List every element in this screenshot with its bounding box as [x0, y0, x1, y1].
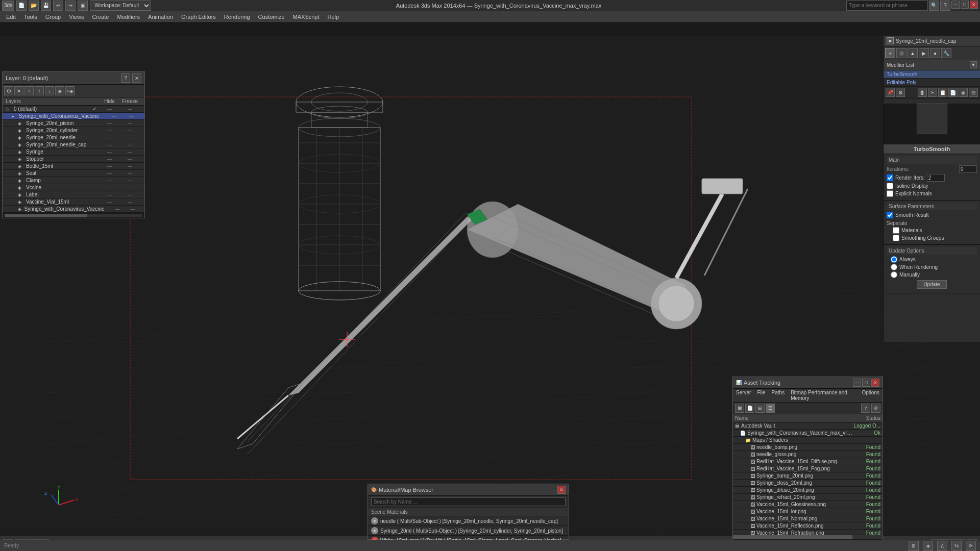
layer-hide-toggle[interactable]: —: [101, 107, 118, 112]
menu-item-customize[interactable]: Customize: [254, 11, 289, 22]
panel-tab-create[interactable]: +: [885, 48, 895, 58]
layer-add-btn[interactable]: +: [24, 86, 34, 95]
asset-list-btn[interactable]: ☰: [766, 404, 775, 413]
layer-freeze-toggle[interactable]: —: [118, 121, 141, 126]
maximize-btn[interactable]: □: [961, 1, 969, 9]
layer-freeze-toggle[interactable]: —: [118, 164, 141, 169]
delete-modifier-btn[interactable]: 🗑: [918, 88, 927, 97]
asset-item[interactable]: 🖼 Syringe_refract_20ml.png Found: [733, 494, 883, 501]
undo-btn[interactable]: ↩: [53, 1, 63, 11]
layer-item[interactable]: ◈ Label — —: [3, 191, 144, 198]
render-iters-input[interactable]: [927, 174, 945, 182]
material-search-input[interactable]: [371, 497, 566, 506]
layer-select-obj-btn[interactable]: ◈: [55, 86, 64, 95]
material-item[interactable]: ● needle ( Multi/Sub-Object ) [Syringe_2…: [368, 516, 569, 526]
status-percent-btn[interactable]: %: [951, 541, 962, 551]
menu-item-group[interactable]: Group: [41, 11, 65, 22]
layer-freeze-toggle[interactable]: —: [118, 157, 141, 162]
status-spinner-btn[interactable]: ⟳: [966, 541, 976, 551]
close-btn[interactable]: ✕: [970, 1, 978, 9]
asset-minimize-btn[interactable]: —: [853, 379, 861, 387]
status-angle-btn[interactable]: ∠: [937, 541, 947, 551]
layer-hide-toggle[interactable]: —: [101, 128, 118, 133]
layer-hide-toggle[interactable]: —: [101, 135, 118, 140]
workspace-dropdown[interactable]: Workspace: DefaultWorkspace: Default: [90, 1, 151, 11]
layer-hide-toggle[interactable]: —: [101, 157, 118, 162]
update-button[interactable]: Update: [917, 280, 946, 289]
layer-hide-toggle[interactable]: —: [111, 207, 124, 212]
asset-item[interactable]: 🖼 RedHat_Vaccine_15ml_Diffuse.png Found: [733, 458, 883, 465]
menu-item-graph-editors[interactable]: Graph Editors: [177, 11, 220, 22]
asset-item[interactable]: 🖼 Syringe_closs_20ml.png Found: [733, 480, 883, 487]
copy-modifier-btn[interactable]: 📋: [938, 88, 947, 97]
modifier-item[interactable]: TurboSmooth: [884, 70, 980, 79]
layer-settings-btn[interactable]: ⚙: [4, 86, 13, 95]
search-btn[interactable]: 🔍: [929, 1, 939, 11]
layer-item[interactable]: ▸ Syringe_with_Coronavirus_Vaccine — —: [3, 113, 144, 120]
layer-hide-toggle[interactable]: —: [101, 185, 118, 190]
asset-item[interactable]: 🏛 Autodesk Vault Logged O...: [733, 422, 883, 430]
material-close-btn[interactable]: ✕: [557, 486, 566, 494]
layer-item[interactable]: ◈ Syringe_20ml_needle_cap — —: [3, 141, 144, 148]
layer-hide-toggle[interactable]: —: [101, 178, 118, 183]
layer-item[interactable]: ◈ Syringe_with_Coronavirus_Vaccine — —: [3, 206, 144, 213]
asset-item[interactable]: 🖼 Vaccine_15ml_Glossiness.png Found: [733, 501, 883, 508]
redo-btn[interactable]: ↪: [65, 1, 76, 11]
panel-tab-utilities[interactable]: 🔧: [941, 48, 951, 58]
asset-item[interactable]: 🖼 Syringe_bump_20ml.png Found: [733, 472, 883, 480]
asset-close-btn[interactable]: ✕: [871, 379, 879, 387]
render-preview-btn[interactable]: ▣: [78, 1, 88, 11]
layer-freeze-toggle[interactable]: —: [118, 192, 141, 197]
layer-freeze-toggle[interactable]: —: [118, 149, 141, 155]
status-grid-btn[interactable]: ⊞: [909, 541, 919, 551]
menu-item-views[interactable]: Views: [65, 11, 88, 22]
layer-freeze-toggle[interactable]: —: [121, 114, 141, 119]
configure-modifier-btn[interactable]: ⚙: [896, 88, 905, 97]
asset-item[interactable]: 🖼 RedHat_Vaccine_15ml_Fog.png Found: [733, 465, 883, 472]
layer-item[interactable]: ◈ Seal — —: [3, 170, 144, 177]
layer-hide-toggle[interactable]: —: [101, 192, 118, 197]
layer-item[interactable]: ◈ Vccine — —: [3, 184, 144, 191]
layer-dialog-titlebar[interactable]: Layer: 0 (default) ? ✕: [3, 72, 144, 85]
asset-item[interactable]: 🖼 needle_bump.png Found: [733, 444, 883, 451]
asset-item[interactable]: 🖼 needle_gloss.png Found: [733, 451, 883, 458]
save-btn[interactable]: 💾: [41, 1, 51, 11]
open-btn[interactable]: 📂: [29, 1, 39, 11]
layer-item[interactable]: ◈ Syringe_20ml_cylinder — —: [3, 127, 144, 134]
asset-menu-paths[interactable]: Paths: [769, 389, 788, 402]
asset-menu-bitmap-performance-and-memory[interactable]: Bitmap Performance and Memory: [788, 389, 859, 402]
menu-item-modifiers[interactable]: Modifiers: [113, 11, 144, 22]
layer-hide-toggle[interactable]: —: [101, 121, 118, 126]
asset-help-btn[interactable]: ?: [861, 404, 870, 413]
object-color-swatch[interactable]: ■: [887, 37, 894, 44]
pin-modifier-btn[interactable]: 📌: [886, 88, 895, 97]
asset-hscrollbar[interactable]: [733, 535, 883, 540]
modifier-list-dropdown-btn[interactable]: ▼: [970, 61, 977, 68]
asset-vault-btn[interactable]: 🏛: [735, 404, 744, 413]
layer-freeze-toggle[interactable]: —: [118, 142, 141, 147]
help-btn[interactable]: ?: [940, 1, 950, 11]
search-input[interactable]: [846, 1, 928, 11]
layer-freeze-toggle[interactable]: —: [118, 135, 141, 140]
asset-menu-file[interactable]: File: [754, 389, 768, 402]
panel-tab-display[interactable]: ●: [930, 48, 940, 58]
paste-modifier-btn[interactable]: 📄: [948, 88, 958, 97]
layer-move-up-btn[interactable]: ↑: [35, 86, 44, 95]
always-radio[interactable]: [891, 256, 897, 263]
status-snap-btn[interactable]: ◈: [923, 541, 933, 551]
smooth-result-checkbox[interactable]: [887, 212, 893, 218]
asset-item[interactable]: 🖼 Vaccine_15ml_ior.png Found: [733, 508, 883, 515]
layer-freeze-toggle[interactable]: —: [118, 128, 141, 133]
layer-scrollbar[interactable]: [3, 213, 144, 218]
minimize-btn[interactable]: —: [951, 1, 960, 9]
layer-freeze-toggle[interactable]: —: [118, 185, 141, 190]
layer-item[interactable]: ◈ Syringe_20ml_needle — —: [3, 134, 144, 141]
layer-item[interactable]: ◈ Bottle_15ml — —: [3, 163, 144, 170]
asset-menu-options[interactable]: Options: [859, 389, 883, 402]
explicit-normals-checkbox[interactable]: [887, 190, 893, 197]
menu-item-tools[interactable]: Tools: [20, 11, 41, 22]
layer-help-btn[interactable]: ?: [121, 73, 130, 83]
asset-item[interactable]: 🖼 Vaccine_15ml_Normal.png Found: [733, 515, 883, 522]
material-item[interactable]: ● Syringe_20ml ( Multi/Sub-Object ) [Syr…: [368, 526, 569, 536]
layer-item[interactable]: ◇ 0 (default) ✓ — —: [3, 106, 144, 113]
